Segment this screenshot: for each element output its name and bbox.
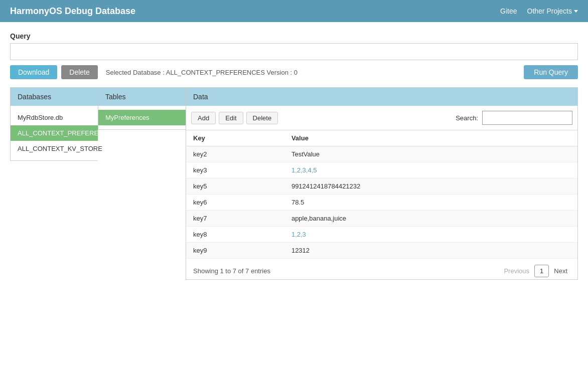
data-panel: Data Add Edit Delete Search: Key: [186, 87, 578, 280]
next-button[interactable]: Next: [551, 265, 570, 277]
previous-button[interactable]: Previous: [501, 265, 532, 277]
tables-panel: Tables MyPreferences: [98, 87, 186, 130]
cell-value: 12312: [284, 243, 577, 259]
databases-panel-header: Databases: [11, 88, 98, 106]
tables-panel-header: Tables: [98, 88, 186, 106]
db-item-allcontextkvstore[interactable]: ALL_CONTEXT_KV_STORE: [11, 141, 98, 156]
pagination-controls: Previous 1 Next: [501, 265, 570, 277]
main-content: Query Download Delete Selected Database …: [0, 22, 588, 290]
cell-key: key5: [186, 178, 284, 195]
caret-icon: [574, 10, 578, 13]
cell-key: key9: [186, 243, 284, 259]
table-row: key912312: [186, 243, 577, 259]
search-row: Search:: [456, 111, 572, 125]
navbar-brand[interactable]: HarmonyOS Debug Database: [10, 6, 135, 17]
search-label: Search:: [456, 114, 478, 122]
table-row: key31,2,3,4,5: [186, 162, 577, 178]
navbar-links: Gitee Other Projects: [500, 7, 578, 15]
edit-button[interactable]: Edit: [219, 112, 243, 124]
panels-row: Databases MyRdbStore.db ALL_CONTEXT_PREF…: [10, 87, 578, 280]
cell-value: 78.5: [284, 195, 577, 211]
col-key: Key: [186, 130, 284, 146]
page-1-button[interactable]: 1: [534, 265, 549, 277]
table-row: key7apple,banana,juice: [186, 211, 577, 227]
other-projects-label: Other Projects: [527, 7, 572, 15]
cell-key: key2: [186, 146, 284, 162]
data-panel-header: Data: [186, 88, 577, 106]
cell-key: key7: [186, 211, 284, 227]
pagination-info: Showing 1 to 7 of 7 entries: [193, 267, 270, 275]
databases-list: MyRdbStore.db ALL_CONTEXT_PREFERENCES AL…: [11, 106, 98, 160]
table-item-mypreferences[interactable]: MyPreferences: [98, 110, 186, 125]
download-button[interactable]: Download: [10, 65, 57, 79]
table-row: key59912412418784421232: [186, 178, 577, 195]
selected-db-text: Selected Database : ALL_CONTEXT_PREFEREN…: [106, 69, 298, 76]
table-row: key678.5: [186, 195, 577, 211]
cell-value: apple,banana,juice: [284, 211, 577, 227]
data-table: Key Value key2TestValuekey31,2,3,4,5key5…: [186, 130, 577, 259]
db-item-allcontextpreferences[interactable]: ALL_CONTEXT_PREFERENCES: [11, 125, 98, 141]
pagination-row: Showing 1 to 7 of 7 entries Previous 1 N…: [186, 259, 577, 279]
cell-key: key8: [186, 227, 284, 243]
databases-panel: Databases MyRdbStore.db ALL_CONTEXT_PREF…: [10, 87, 98, 161]
toolbar-left: Download Delete Selected Database : ALL_…: [10, 65, 298, 79]
table-row: key2TestValue: [186, 146, 577, 162]
data-delete-button[interactable]: Delete: [246, 112, 278, 124]
add-button[interactable]: Add: [191, 112, 216, 124]
cell-key: key6: [186, 195, 284, 211]
delete-button[interactable]: Delete: [61, 65, 97, 79]
data-toolbar-left: Add Edit Delete: [191, 112, 278, 124]
cell-value: 9912412418784421232: [284, 178, 577, 195]
cell-key: key3: [186, 162, 284, 178]
search-input[interactable]: [482, 111, 572, 125]
gitee-link[interactable]: Gitee: [500, 7, 517, 15]
run-query-button[interactable]: Run Query: [524, 65, 578, 79]
query-label: Query: [10, 32, 578, 40]
db-item-myrdbstore[interactable]: MyRdbStore.db: [11, 110, 98, 125]
table-row: key81,2,3: [186, 227, 577, 243]
cell-value[interactable]: 1,2,3,4,5: [284, 162, 577, 178]
col-value: Value: [284, 130, 577, 146]
toolbar-row: Download Delete Selected Database : ALL_…: [10, 65, 578, 79]
cell-value: TestValue: [284, 146, 577, 162]
other-projects-link[interactable]: Other Projects: [527, 7, 578, 15]
data-toolbar: Add Edit Delete Search:: [186, 106, 577, 130]
tables-list: MyPreferences: [98, 106, 186, 129]
navbar: HarmonyOS Debug Database Gitee Other Pro…: [0, 0, 588, 22]
query-input[interactable]: [10, 43, 578, 60]
cell-value[interactable]: 1,2,3: [284, 227, 577, 243]
